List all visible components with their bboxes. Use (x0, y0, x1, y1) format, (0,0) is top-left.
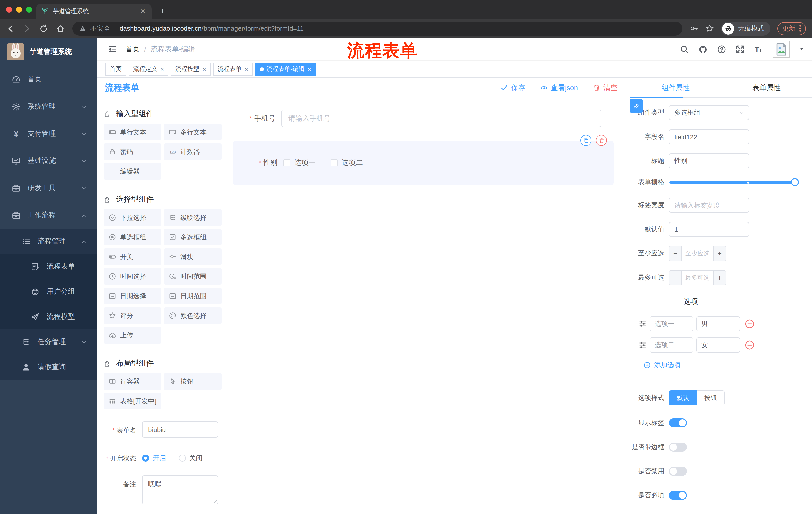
tab-form-props[interactable]: 表单属性 (721, 78, 812, 98)
palette-item-下拉选择[interactable]: 下拉选择 (104, 209, 161, 226)
reload-icon[interactable] (39, 24, 48, 33)
tag-close-icon[interactable]: × (160, 65, 164, 73)
slider-handle[interactable] (791, 178, 799, 186)
gender-option-1-checkbox[interactable]: 选项一 (283, 158, 316, 167)
label-width-input[interactable] (669, 198, 749, 213)
tag-close-icon[interactable]: × (245, 65, 248, 73)
hamburger-icon[interactable] (108, 45, 117, 53)
toggle-是否必填[interactable] (669, 491, 687, 500)
tag-首页[interactable]: 首页 (105, 63, 126, 76)
help-icon[interactable] (717, 45, 726, 54)
palette-item-行容器[interactable]: 行容器 (104, 373, 161, 390)
max-select-input[interactable]: 最多可选 (682, 271, 713, 285)
avatar[interactable] (773, 40, 790, 58)
toggle-是否禁用[interactable] (669, 467, 687, 476)
sidebar-logo-row[interactable]: 芋道管理系统 (0, 38, 97, 66)
plus-button[interactable]: + (713, 246, 726, 261)
copy-component-button[interactable] (580, 135, 591, 146)
home-icon[interactable] (56, 24, 65, 33)
palette-item-密码[interactable]: 密码 (104, 143, 161, 160)
canvas-field-gender-selected[interactable]: 性别 选项一 选项二 (233, 141, 613, 185)
palette-item-单行文本[interactable]: 单行文本 (104, 124, 161, 140)
palette-item-滑块[interactable]: 滑块 (164, 248, 222, 265)
form-canvas[interactable]: 手机号 请输入手机号 性别 选项一 (226, 98, 630, 514)
palette-item-评分[interactable]: 评分 (104, 307, 161, 324)
palette-item-级联选择[interactable]: 级联选择 (164, 209, 222, 226)
toggle-是否带边框[interactable] (669, 442, 687, 452)
back-icon[interactable] (6, 24, 15, 33)
link-handle-button[interactable] (630, 99, 643, 113)
minus-button[interactable]: − (669, 246, 682, 261)
option-label-input[interactable] (650, 337, 693, 353)
password-key-icon[interactable] (690, 24, 698, 33)
tab-close-icon[interactable]: ✕ (139, 7, 147, 15)
close-window-button[interactable] (6, 6, 12, 12)
tag-流程模型[interactable]: 流程模型× (171, 63, 210, 76)
minimize-window-button[interactable] (16, 6, 22, 12)
gender-option-2-checkbox[interactable]: 选项二 (330, 158, 363, 167)
palette-item-多行文本[interactable]: 多行文本 (164, 124, 222, 140)
search-icon[interactable] (680, 45, 689, 54)
palette-item-计数器[interactable]: 123计数器 (164, 143, 222, 160)
palette-item-颜色选择[interactable]: 颜色选择 (164, 307, 222, 324)
bookmark-star-icon[interactable] (705, 24, 714, 33)
status-on-radio[interactable]: 开启 (142, 454, 166, 463)
sidebar-item-用户分组[interactable]: 用户分组 (0, 279, 97, 304)
style-button-button[interactable]: 按钮 (697, 390, 725, 405)
url-bar[interactable]: 不安全 dashboard.yudao.iocoder.cn/bpm/manag… (72, 21, 683, 35)
plus-button[interactable]: + (713, 271, 726, 285)
insecure-warning-icon[interactable] (79, 25, 86, 32)
sidebar-item-任务管理[interactable]: 任务管理 (0, 329, 97, 355)
sidebar-item-支付管理[interactable]: ¥支付管理 (0, 120, 97, 147)
forward-icon[interactable] (23, 24, 32, 33)
tag-流程表单-编辑[interactable]: 流程表单-编辑× (255, 63, 316, 76)
palette-item-时间范围[interactable]: 时间范围 (164, 268, 222, 285)
remove-option-button[interactable] (745, 340, 755, 350)
palette-item-单选框组[interactable]: 单选框组 (104, 229, 161, 245)
sidebar-item-流程表单[interactable]: 流程表单 (0, 254, 97, 279)
chevron-down-icon[interactable] (800, 47, 804, 51)
canvas-field-phone[interactable]: 手机号 请输入手机号 (231, 110, 609, 127)
tag-close-icon[interactable]: × (308, 65, 311, 73)
option-value-input[interactable] (696, 337, 740, 353)
new-tab-button[interactable]: + (160, 5, 165, 19)
style-default-button[interactable]: 默认 (669, 390, 697, 405)
browser-menu-icon[interactable] (800, 25, 801, 32)
option-value-input[interactable] (696, 316, 740, 331)
min-select-input[interactable]: 至少应选 (682, 246, 713, 261)
sidebar-item-请假查询[interactable]: 请假查询 (0, 355, 97, 380)
save-button[interactable]: 保存 (501, 83, 525, 92)
sidebar-item-流程模型[interactable]: 流程模型 (0, 304, 97, 329)
sidebar-item-研发工具[interactable]: 研发工具 (0, 174, 97, 202)
palette-item-时间选择[interactable]: 时间选择 (104, 268, 161, 285)
palette-item-表格[开发中][interactable]: 表格[开发中] (104, 393, 161, 409)
maximize-window-button[interactable] (26, 6, 32, 12)
status-off-radio[interactable]: 关闭 (179, 454, 203, 463)
drag-handle-icon[interactable] (639, 320, 647, 328)
sidebar-item-首页[interactable]: 首页 (0, 66, 97, 93)
minus-button[interactable]: − (669, 271, 682, 285)
sidebar-item-流程管理[interactable]: 流程管理 (0, 229, 97, 254)
tag-close-icon[interactable]: × (203, 65, 206, 73)
form-grid-slider[interactable] (669, 178, 795, 186)
option-label-input[interactable] (650, 316, 693, 331)
component-type-select[interactable]: 多选框组 (669, 105, 749, 120)
drag-handle-icon[interactable] (639, 341, 647, 349)
palette-item-开关[interactable]: 开关 (104, 248, 161, 265)
github-icon[interactable] (698, 45, 707, 54)
remove-option-button[interactable] (745, 319, 755, 329)
palette-item-日期选择[interactable]: 日期选择 (104, 288, 161, 304)
clear-button[interactable]: 清空 (593, 83, 617, 92)
sidebar-item-工作流程[interactable]: 工作流程 (0, 202, 97, 229)
title-input[interactable] (669, 154, 749, 168)
form-name-input[interactable] (142, 422, 218, 437)
browser-tab[interactable]: 芋道管理系统 ✕ (36, 3, 152, 19)
tab-component-props[interactable]: 组件属性 (630, 78, 721, 98)
palette-item-日期范围[interactable]: 日期范围 (164, 288, 222, 304)
sidebar-item-基础设施[interactable]: 基础设施 (0, 147, 97, 174)
breadcrumb-home[interactable]: 首页 (126, 45, 140, 54)
default-value-input[interactable] (669, 222, 749, 237)
view-json-button[interactable]: 查看json (541, 83, 578, 92)
phone-input[interactable]: 请输入手机号 (281, 110, 602, 127)
palette-item-按钮[interactable]: 按钮 (164, 373, 222, 390)
